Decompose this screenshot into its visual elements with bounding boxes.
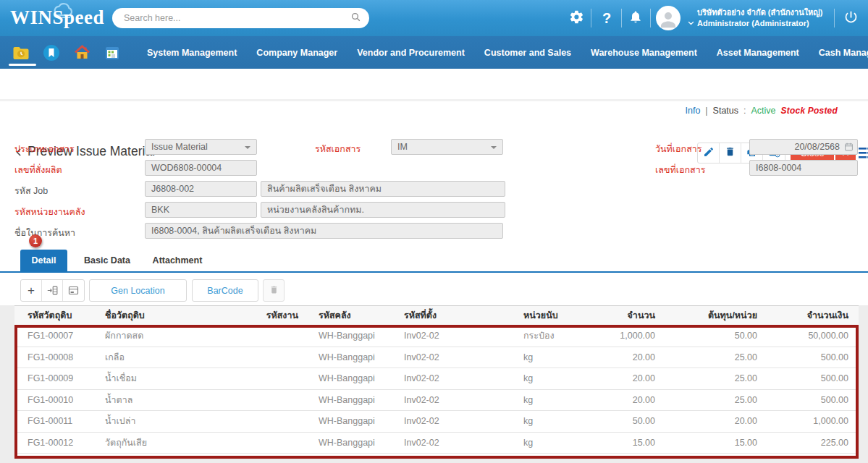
table-cell: 500.00 [761, 347, 859, 368]
header-divider [834, 9, 835, 27]
logout-button[interactable] [842, 9, 859, 27]
detail-card-icon[interactable] [63, 280, 84, 301]
search-name-field[interactable]: I6808-0004, สินค้าผลิตเสร็จเดือน สิงหาคม [145, 223, 503, 239]
table-row[interactable]: FG1-00008เกลือWH-BanggapiInv02-02kg20.00… [14, 347, 859, 369]
production-no-field[interactable]: WOD6808-00004 [145, 160, 257, 176]
table-row[interactable]: FG1-00011น้ำเปล่าWH-BanggapiInv02-02kg50… [14, 411, 859, 433]
table-row[interactable]: FG1-00012วัตถุกันเสียWH-BanggapiInv02-02… [14, 433, 859, 454]
table-cell: 50.00 [659, 326, 761, 347]
notifications-button[interactable] [627, 9, 644, 27]
table-right-gutter [859, 305, 868, 463]
table-bottom-gutter [0, 459, 868, 463]
table-cell: WH-Banggapi [302, 411, 400, 432]
column-header[interactable]: ต้นทุน/หน่วย [659, 306, 761, 325]
job-desc-field[interactable]: สินค้าผลิตเสร็จเดือน สิงหาคม [261, 181, 505, 197]
user-info[interactable]: บริษัทตัวอย่าง จำกัด (สำนักงานใหญ่) Admi… [697, 7, 822, 29]
recent-documents-icon[interactable] [12, 43, 30, 62]
insert-row-icon[interactable] [42, 280, 63, 301]
table-cell: FG1-00007 [14, 326, 101, 347]
table-cell: น้ำเปล่า [101, 411, 250, 432]
table-cell [250, 347, 302, 368]
table-cell [250, 433, 302, 454]
stock-posted-stamp: Stock Posted [781, 106, 838, 116]
table-cell [250, 390, 302, 411]
search-icon[interactable] [350, 11, 362, 26]
home-icon[interactable] [72, 43, 91, 62]
table-cell: 50,000.00 [761, 326, 859, 347]
column-header[interactable]: รหัสคลัง [302, 306, 400, 325]
table-cell: 225.00 [761, 433, 859, 454]
nav-item-company-manager[interactable]: Company Manager [256, 48, 337, 58]
nav-item-warehouse-management[interactable]: Warehouse Management [591, 48, 697, 58]
search-input[interactable] [122, 12, 350, 24]
tab-attachment[interactable]: Attachment [148, 250, 206, 271]
table-cell: 15.00 [604, 433, 659, 454]
tab-basic-data[interactable]: Basic Data [76, 250, 138, 271]
field-label-warehouse-unit: รหัสหน่วยงานคลัง [14, 205, 85, 219]
doc-type-dropdown[interactable]: Issue Material [145, 139, 257, 155]
table-cell: Inv02-02 [400, 390, 520, 411]
delete-button[interactable] [720, 143, 741, 163]
warehouse-unit-field[interactable]: BKK [145, 202, 257, 218]
table-cell: Inv02-02 [400, 347, 520, 368]
bell-icon [628, 9, 643, 27]
status-label: Status [713, 106, 738, 116]
nav-quick-icons [0, 43, 122, 62]
doc-code-dropdown[interactable]: IM [391, 139, 503, 155]
table-cell: FG1-00008 [14, 347, 101, 368]
table-cell: 1,000.00 [604, 326, 659, 347]
table-cell: 25.00 [659, 390, 761, 411]
add-row-button[interactable]: + [21, 280, 42, 301]
field-label-job: รหัส Job [14, 184, 48, 198]
nav-item-customer-and-sales[interactable]: Customer and Sales [484, 48, 571, 58]
field-label-production-no: เลขที่สั่งผลิต [14, 163, 62, 177]
table-cell: ผักกาดสด [101, 326, 250, 347]
field-label-search-name: ชื่อในการค้นหา [14, 226, 75, 240]
column-header[interactable]: รหัสที่ตั้ง [400, 306, 520, 325]
table-cell: 25.00 [659, 368, 761, 389]
column-header[interactable]: ชื่อวัตถุดิบ [101, 306, 250, 325]
calendar-small-icon[interactable] [844, 142, 854, 155]
table-cell: 20.00 [604, 368, 659, 389]
table-cell: kg [520, 433, 604, 454]
column-header[interactable]: หน่วยนับ [520, 306, 604, 325]
user-avatar[interactable] [656, 6, 681, 30]
column-header[interactable]: รหัสงาน [250, 306, 302, 325]
table-cell: 25.00 [659, 347, 761, 368]
column-header[interactable]: จำนวน [604, 306, 659, 325]
table-row[interactable]: FG1-00009น้ำเชื่อมWH-BanggapiInv02-02kg2… [14, 368, 859, 390]
tab-strip: Detail Basic Data Attachment [0, 250, 868, 273]
table-cell: 1,000.00 [761, 411, 859, 432]
table-header-row: รหัสวัตถุดิบชื่อวัตถุดิบรหัสงานรหัสคลังร… [14, 305, 859, 326]
job-code-field[interactable]: J6808-002 [145, 181, 257, 197]
table-row[interactable]: FG1-00010น้ำตาลWH-BanggapiInv02-02kg20.0… [14, 390, 859, 412]
table-cell: kg [520, 411, 604, 432]
column-header[interactable]: จำนวนเงิน [761, 306, 859, 325]
table-left-gutter [0, 305, 14, 463]
warehouse-unit-desc-field[interactable]: หน่วยงานคลังสินค้ากทม. [261, 202, 505, 218]
barcode-button[interactable]: BarCode [192, 279, 258, 302]
delete-row-button-disabled[interactable] [263, 279, 285, 302]
settings-button[interactable] [568, 9, 585, 27]
column-header[interactable]: รหัสวัตถุดิบ [14, 306, 101, 325]
table-body: FG1-00007ผักกาดสดWH-BanggapiInv02-02กระป… [14, 326, 859, 454]
doc-date-field[interactable]: 20/08/2568 [749, 139, 858, 155]
bookmark-icon[interactable] [42, 43, 61, 62]
nav-item-system-management[interactable]: System Management [147, 48, 237, 58]
tab-underline [0, 271, 868, 273]
gen-location-button[interactable]: Gen Location [89, 279, 187, 302]
nav-item-vendor-and-procurement[interactable]: Vendor and Procurement [357, 48, 465, 58]
table-row[interactable]: FG1-00007ผักกาดสดWH-BanggapiInv02-02กระป… [14, 326, 859, 347]
calendar-icon[interactable] [103, 43, 122, 62]
menu-list-icon[interactable] [859, 147, 868, 163]
doc-no-field[interactable]: I6808-0004 [749, 160, 858, 176]
help-button[interactable]: ? [598, 9, 615, 27]
nav-active-indicator [9, 64, 36, 66]
table-cell: WH-Banggapi [302, 368, 400, 389]
material-table: รหัสวัตถุดิบชื่อวัตถุดิบรหัสงานรหัสคลังร… [14, 305, 859, 326]
main-navbar: System ManagementCompany ManagerVendor a… [0, 36, 868, 69]
tab-detail[interactable]: Detail [20, 250, 67, 271]
info-link[interactable]: Info [686, 106, 701, 116]
nav-item-cash-management[interactable]: Cash Management [819, 48, 868, 58]
nav-item-asset-management[interactable]: Asset Management [717, 48, 799, 58]
